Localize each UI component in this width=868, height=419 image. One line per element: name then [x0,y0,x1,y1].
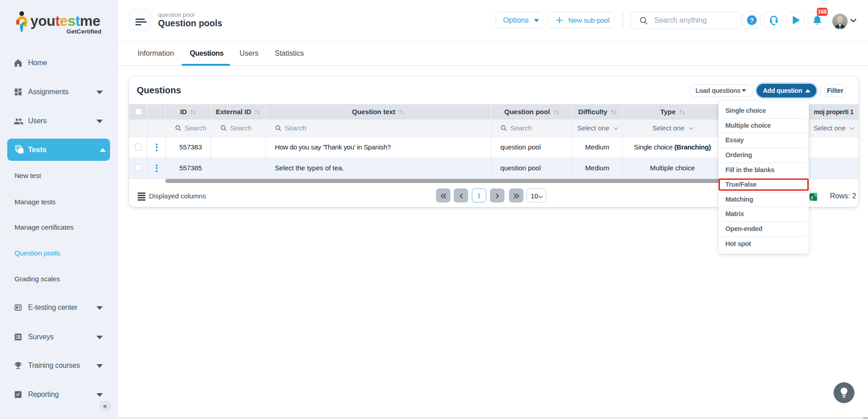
svg-text:X: X [810,195,814,200]
svg-text:?: ? [750,17,754,24]
